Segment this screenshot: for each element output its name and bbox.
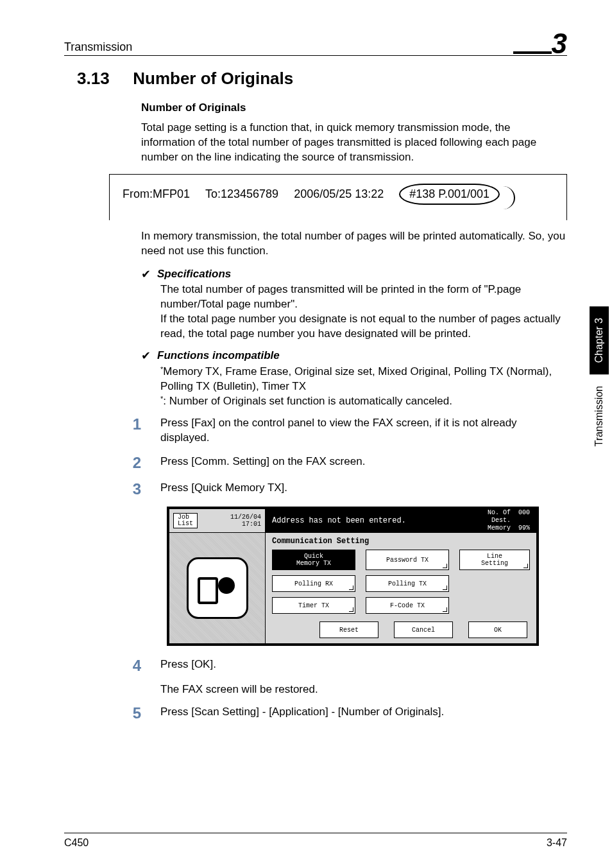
check-icon: ✔ xyxy=(141,268,151,282)
lcd-empty-cell xyxy=(459,597,530,614)
header-section-label: Transmission xyxy=(64,40,132,54)
polling-tx-button[interactable]: Polling TX xyxy=(366,575,449,592)
lcd-dest-label: No. Of Dest. xyxy=(488,509,511,525)
ok-button[interactable]: OK xyxy=(468,621,527,638)
step-4-text: Press [OK]. xyxy=(160,657,567,672)
lcd-stats: No. Of Dest. 000 Memory 99% xyxy=(488,509,530,532)
section-title-text: Number of Originals xyxy=(133,69,293,88)
memory-note: In memory transmission, the total number… xyxy=(141,229,567,259)
intro-paragraph: Total page setting is a function that, i… xyxy=(141,121,567,165)
side-tab-label: Transmission xyxy=(590,374,609,456)
password-tx-button[interactable]: Password TX xyxy=(366,550,449,570)
specifications-line1: The total number of pages transmitted wi… xyxy=(160,282,567,312)
lcd-bottom-bar: Reset Cancel OK xyxy=(272,621,530,638)
lcd-section-title: Communication Setting xyxy=(272,537,530,546)
side-tab-chapter: Chapter 3 xyxy=(590,306,609,374)
lcd-right-panel: Communication Setting Quick Memory TX Pa… xyxy=(266,533,536,643)
lcd-status-bar: Address has not been entered. No. Of Des… xyxy=(266,509,536,532)
incompatible-block: ✔ Functions incompatible *Memory TX, Fra… xyxy=(141,349,567,408)
line-setting-button[interactable]: Line Setting xyxy=(459,550,530,570)
job-list-button[interactable]: Job List xyxy=(173,513,198,528)
step-number: 3 xyxy=(128,481,141,498)
subsection-title: Number of Originals xyxy=(141,101,567,114)
f-code-tx-button[interactable]: F-Code TX xyxy=(366,597,449,614)
step-4: 4 Press [OK]. xyxy=(128,657,567,674)
fax-pagestamp: #138 P.001/001 xyxy=(399,184,500,205)
step-2-text: Press [Comm. Setting] on the FAX screen. xyxy=(160,455,567,469)
lcd-memory-label: Memory xyxy=(488,525,511,532)
incompatible-label: Functions incompatible xyxy=(157,349,280,362)
cancel-button[interactable]: Cancel xyxy=(394,621,453,638)
timer-tx-button[interactable]: Timer TX xyxy=(272,597,355,614)
lcd-memory-pct: 99% xyxy=(518,525,530,532)
fax-pagestamp-callout: #138 P.001/001 xyxy=(399,184,500,205)
lcd-top-bar: Job List 11/26/04 17:01 Address has not … xyxy=(169,509,536,532)
check-icon: ✔ xyxy=(141,349,151,363)
step-3: 3 Press [Quick Memory TX]. xyxy=(128,481,567,498)
header-chapter: 3 xyxy=(513,26,567,54)
page-footer: C450 3-47 xyxy=(64,833,567,849)
fax-header-example: From:MFP01 To:123456789 2006/05/25 13:22… xyxy=(109,174,567,220)
step-3-text: Press [Quick Memory TX]. xyxy=(160,481,567,496)
lcd-panel: Job List 11/26/04 17:01 Address has not … xyxy=(167,507,539,646)
fax-to: To:123456789 xyxy=(205,187,278,201)
lcd-datetime: 11/26/04 17:01 xyxy=(230,514,261,528)
fax-machine-icon xyxy=(187,557,248,619)
side-tab: Chapter 3 Transmission xyxy=(586,199,612,456)
step-5-text: Press [Scan Setting] - [Application] - [… xyxy=(160,705,567,720)
step-number: 4 xyxy=(128,657,141,674)
lcd-dest-count: 000 xyxy=(518,509,530,516)
lcd-top-left: Job List 11/26/04 17:01 xyxy=(169,509,266,532)
lcd-left-panel xyxy=(169,533,266,643)
fax-from: From:MFP01 xyxy=(123,187,190,201)
lcd-time: 17:01 xyxy=(230,521,261,528)
incompatible-line1: *Memory TX, Frame Erase, Original size s… xyxy=(160,365,567,394)
chapter-underline xyxy=(513,51,552,54)
step-1: 1 Press [Fax] on the control panel to vi… xyxy=(128,416,567,446)
lcd-empty-cell xyxy=(459,575,530,592)
lcd-date: 11/26/04 xyxy=(230,514,261,521)
incompatible-line2: *: Number of Originals set function is a… xyxy=(160,394,567,409)
step-1-text: Press [Fax] on the control panel to view… xyxy=(160,416,567,446)
quick-memory-tx-button[interactable]: Quick Memory TX xyxy=(272,550,355,570)
step-number: 1 xyxy=(128,416,141,433)
section-number: 3.13 xyxy=(77,69,128,89)
lcd-body: Communication Setting Quick Memory TX Pa… xyxy=(169,532,536,643)
footer-left: C450 xyxy=(64,837,89,849)
lcd-button-grid: Quick Memory TX Password TX Line Setting… xyxy=(272,550,530,614)
polling-rx-button[interactable]: Polling RX xyxy=(272,575,355,592)
step-2: 2 Press [Comm. Setting] on the FAX scree… xyxy=(128,455,567,471)
step-number: 2 xyxy=(128,455,141,471)
step-5: 5 Press [Scan Setting] - [Application] -… xyxy=(128,705,567,722)
lcd-message: Address has not been entered. xyxy=(272,516,406,525)
reset-button[interactable]: Reset xyxy=(319,621,378,638)
fax-timestamp: 2006/05/25 13:22 xyxy=(294,187,384,201)
specifications-block: ✔ Specifications The total number of pag… xyxy=(141,268,567,342)
section-title: 3.13 Number of Originals xyxy=(77,69,567,89)
footer-right: 3-47 xyxy=(547,837,567,849)
step-4-subtext: The FAX screen will be restored. xyxy=(160,683,567,696)
chapter-number: 3 xyxy=(552,30,567,58)
specifications-label: Specifications xyxy=(157,268,231,281)
step-number: 5 xyxy=(128,705,141,722)
page-header: Transmission 3 xyxy=(64,26,567,56)
specifications-line2: If the total page number you designate i… xyxy=(160,312,567,342)
